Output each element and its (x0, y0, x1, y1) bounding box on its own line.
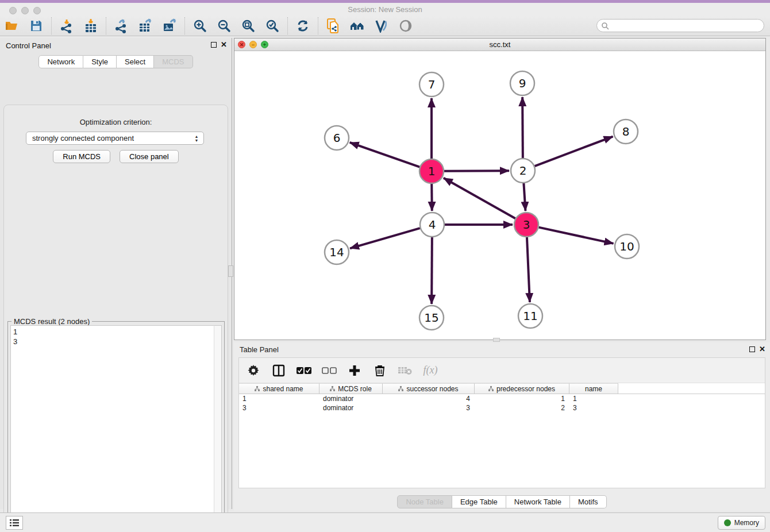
graph-edge-1-4[interactable] (432, 184, 432, 211)
delete-table-icon[interactable] (398, 363, 413, 378)
svg-text:11: 11 (523, 309, 537, 323)
svg-text:15: 15 (424, 311, 438, 325)
cell[interactable]: 2 (475, 403, 569, 413)
run-mcds-button[interactable]: Run MCDS (53, 150, 110, 163)
graph-node-8[interactable]: 8 (614, 119, 638, 144)
cell[interactable]: 4 (383, 394, 475, 403)
graph-node-14[interactable]: 14 (325, 240, 349, 264)
graph-node-2[interactable]: 2 (511, 159, 535, 183)
network-titlebar[interactable]: ✕ − + scc.txt (234, 38, 765, 51)
cell[interactable]: 1 (475, 394, 569, 403)
home-layout-icon[interactable] (346, 17, 368, 35)
graph-edge-4-14[interactable] (350, 228, 420, 248)
control-panel-tabs: Network Style Select MCDS (0, 55, 232, 68)
tab-style[interactable]: Style (83, 55, 117, 68)
select-all-checks-icon[interactable] (297, 363, 311, 378)
close-panel-button[interactable]: Close panel (120, 150, 179, 163)
zoom-selected-icon[interactable] (261, 17, 283, 35)
svg-text:1: 1 (428, 164, 436, 178)
graph-edge-2-9[interactable] (522, 97, 523, 158)
float-panel-icon[interactable] (211, 42, 217, 48)
export-image-icon[interactable] (159, 17, 180, 35)
table-row[interactable]: 3dominator323 (239, 403, 765, 413)
task-history-button[interactable] (6, 516, 23, 530)
deselect-all-checks-icon[interactable] (322, 363, 337, 378)
graph-node-6[interactable]: 6 (325, 126, 349, 150)
column-header-shared-name[interactable]: shared name (239, 383, 319, 394)
cell[interactable]: 3 (383, 403, 475, 413)
graph-node-15[interactable]: 15 (419, 306, 444, 330)
column-header-MCDS-role[interactable]: MCDS role (319, 383, 383, 394)
svg-text:9: 9 (519, 76, 526, 90)
function-builder-icon[interactable]: f(x) (423, 363, 438, 378)
save-session-icon[interactable] (25, 17, 47, 35)
settings-gear-icon[interactable] (246, 363, 261, 378)
column-header-predecessor-nodes[interactable]: predecessor nodes (475, 383, 569, 394)
graph-edge-2-8[interactable] (535, 137, 613, 167)
result-scrollbar[interactable] (214, 325, 222, 532)
cell[interactable]: 1 (239, 394, 319, 403)
column-layout-icon[interactable] (271, 363, 286, 378)
tab-mcds[interactable]: MCDS (154, 55, 192, 68)
graph-edge-3-11[interactable] (527, 237, 530, 302)
graph-node-1[interactable]: 1 (419, 159, 444, 183)
cell[interactable]: dominator (319, 394, 383, 403)
optimization-criterion-select[interactable]: strongly connected component ▲▼ (26, 132, 204, 145)
cell[interactable]: 1 (569, 394, 618, 403)
delete-column-icon[interactable] (372, 363, 387, 378)
graph-node-10[interactable]: 10 (615, 234, 639, 259)
memory-button[interactable]: Memory (718, 516, 765, 530)
close-table-panel-icon[interactable]: ✕ (759, 345, 765, 353)
graph-edge-3-1[interactable] (444, 178, 515, 218)
import-network-icon[interactable] (56, 17, 78, 35)
zoom-in-icon[interactable] (189, 17, 211, 35)
graph-edge-4-15[interactable] (432, 237, 432, 304)
tab-node-table[interactable]: Node Table (397, 495, 452, 508)
toggle-view-icon[interactable] (395, 17, 417, 35)
network-splitter-grip[interactable] (493, 338, 500, 342)
mcds-result-text[interactable]: 1 3 (10, 325, 214, 532)
graph-edge-3-10[interactable] (538, 228, 613, 244)
column-header-name[interactable]: name (569, 383, 618, 394)
search-input[interactable] (611, 22, 764, 30)
zoom-out-icon[interactable] (213, 17, 235, 35)
tab-network[interactable]: Network (38, 55, 83, 68)
clone-network-icon[interactable] (322, 17, 344, 35)
network-canvas[interactable]: 7968124314101511 (234, 51, 765, 340)
selected-option: strongly connected component (32, 134, 134, 142)
memory-label: Memory (734, 519, 759, 527)
vizmapper-icon[interactable] (371, 17, 392, 35)
control-panel-title: Control Panel (6, 41, 51, 50)
graph-node-11[interactable]: 11 (518, 304, 542, 328)
tab-motifs[interactable]: Motifs (570, 495, 607, 508)
table-row[interactable]: 1dominator411 (239, 394, 765, 403)
search-field[interactable] (596, 19, 764, 32)
zoom-fit-icon[interactable] (237, 17, 259, 35)
graph-node-7[interactable]: 7 (419, 72, 444, 97)
svg-text:8: 8 (622, 125, 630, 138)
graph-edge-2-3[interactable] (523, 183, 525, 211)
export-table-icon[interactable] (134, 17, 156, 35)
import-table-icon[interactable] (80, 17, 102, 35)
cell[interactable]: 3 (239, 403, 319, 413)
graph-edge-1-6[interactable] (350, 142, 420, 167)
float-table-panel-icon[interactable] (749, 346, 755, 352)
graph-node-3[interactable]: 3 (514, 213, 538, 237)
cell[interactable]: dominator (319, 403, 383, 413)
add-column-icon[interactable] (347, 363, 362, 378)
svg-text:4: 4 (429, 218, 436, 232)
cell[interactable]: 3 (569, 403, 618, 413)
open-folder-icon[interactable] (1, 17, 23, 35)
graph-node-4[interactable]: 4 (420, 213, 444, 237)
column-header-successor-nodes[interactable]: successor nodes (383, 383, 475, 394)
graph-edge-1-2[interactable] (444, 171, 509, 171)
tab-edge-table[interactable]: Edge Table (452, 495, 506, 508)
panel-splitter-grip[interactable] (228, 265, 233, 277)
refresh-layout-icon[interactable] (292, 17, 314, 35)
export-network-icon[interactable] (110, 17, 132, 35)
close-panel-icon[interactable]: ✕ (221, 40, 227, 49)
tab-network-table[interactable]: Network Table (506, 495, 570, 508)
network-graph[interactable]: 7968124314101511 (234, 51, 765, 340)
graph-node-9[interactable]: 9 (510, 71, 534, 95)
tab-select[interactable]: Select (117, 55, 154, 68)
